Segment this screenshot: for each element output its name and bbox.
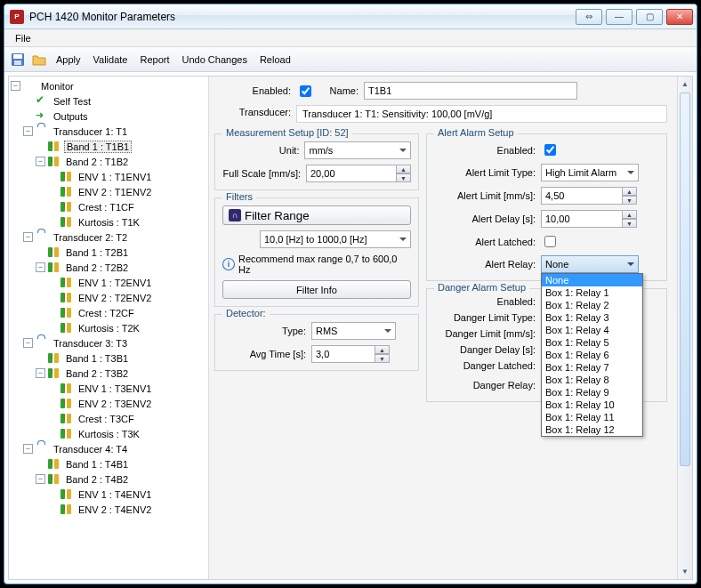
filters-group: Filters ∩ Filter Range 10,0 [Hz] to 1000…: [214, 197, 419, 307]
spinner-down-icon[interactable]: ▼: [397, 173, 411, 182]
spinner-up-icon[interactable]: ▲: [623, 187, 637, 196]
tree-node[interactable]: ↕Crest : T3CF: [11, 411, 208, 426]
alert-group-label: Alert Alarm Setup: [434, 127, 518, 138]
danger-relay-label: Danger Relay:: [434, 380, 541, 391]
tree-node[interactable]: ↕ENV 2 : T3ENV2: [11, 396, 208, 411]
transducer-value: Transducer 1: T1: Sensitivity: 100,00 [m…: [296, 105, 667, 123]
tree-node[interactable]: ↕Band 1 : T3B1: [11, 350, 208, 366]
danger-delay-label: Danger Delay [s]:: [434, 344, 541, 355]
dropdown-option[interactable]: Box 1: Relay 3: [542, 311, 642, 324]
dropdown-option[interactable]: Box 1: Relay 11: [542, 411, 642, 423]
svg-rect-1: [13, 54, 22, 59]
menu-file[interactable]: File: [10, 31, 36, 45]
tree-node[interactable]: ↕Crest : T1CF: [11, 199, 208, 214]
dropdown-option[interactable]: Box 1: Relay 12: [542, 423, 642, 436]
tree-node[interactable]: −Transducer 2: T2: [11, 230, 208, 245]
filter-range-button[interactable]: ∩ Filter Range: [222, 205, 411, 225]
alert-limit-type-label: Alert Limit Type:: [434, 167, 541, 178]
dropdown-option[interactable]: Box 1: Relay 1: [542, 286, 642, 299]
toolbar-reload[interactable]: Reload: [256, 52, 294, 67]
spinner-up-icon[interactable]: ▲: [623, 210, 637, 219]
tree-node[interactable]: −↕Band 2 : T2B2: [11, 260, 208, 275]
alert-relay-select[interactable]: None NoneBox 1: Relay 1Box 1: Relay 2Box…: [541, 255, 639, 273]
info-icon: i: [222, 258, 235, 270]
tree-node[interactable]: ↕Kurtosis : T1K: [11, 214, 208, 230]
tree-node[interactable]: ↕Band 1 : T1B1: [11, 139, 208, 154]
tree-node[interactable]: −↕Band 2 : T1B2: [11, 154, 208, 169]
tree-node[interactable]: ↕ENV 1 : T3ENV1: [11, 381, 208, 396]
dropdown-option[interactable]: Box 1: Relay 7: [542, 361, 642, 374]
spinner-down-icon[interactable]: ▼: [623, 196, 637, 205]
close-button[interactable]: ✕: [666, 9, 693, 25]
dropdown-option[interactable]: Box 1: Relay 2: [542, 299, 642, 311]
toolbar-undo[interactable]: Undo Changes: [179, 52, 251, 67]
toolbar-report[interactable]: Report: [136, 52, 173, 67]
dropdown-option[interactable]: Box 1: Relay 10: [542, 399, 642, 411]
tree-node[interactable]: −Transducer 3: T3: [11, 335, 208, 350]
dropdown-option[interactable]: Box 1: Relay 4: [542, 324, 642, 336]
transducer-label: Transducer:: [214, 103, 296, 130]
tree-node[interactable]: ↕ENV 1 : T1ENV1: [11, 169, 208, 184]
tree-node[interactable]: ↕ENV 2 : T2ENV2: [11, 290, 208, 305]
tree-node[interactable]: ↕ENV 1 : T2ENV1: [11, 275, 208, 290]
tree-node[interactable]: ↕ENV 2 : T1ENV2: [11, 184, 208, 199]
dropdown-option[interactable]: Box 1: Relay 9: [542, 386, 642, 399]
filter-info-button[interactable]: Filter Info: [222, 280, 411, 299]
tree-node[interactable]: −Transducer 1: T1: [11, 124, 208, 139]
open-icon[interactable]: [31, 52, 47, 68]
tree-node[interactable]: −Transducer 4: T4: [11, 441, 208, 456]
danger-enabled-label: Enabled:: [434, 296, 541, 307]
dropdown-option[interactable]: Box 1: Relay 5: [542, 336, 642, 349]
tree-node[interactable]: Self Test: [11, 93, 208, 109]
tree-node[interactable]: ↕Band 1 : T2B1: [11, 245, 208, 260]
alert-enabled-checkbox[interactable]: [544, 144, 556, 156]
detector-avg-spinner[interactable]: ▲▼: [311, 345, 390, 363]
tree-node[interactable]: ↕Kurtosis : T3K: [11, 426, 208, 441]
spinner-up-icon[interactable]: ▲: [375, 345, 390, 354]
tree-node[interactable]: ↕Crest : T2CF: [11, 305, 208, 320]
minimize-button[interactable]: —: [606, 9, 633, 25]
filter-range-select[interactable]: 10,0 [Hz] to 1000,0 [Hz]: [260, 230, 411, 248]
tree-node[interactable]: −↕Band 2 : T4B2: [11, 471, 208, 487]
alert-delay-label: Alert Delay [s]:: [434, 213, 541, 224]
filters-group-label: Filters: [222, 191, 256, 202]
tree-node[interactable]: −Monitor: [11, 78, 208, 93]
spinner-down-icon[interactable]: ▼: [623, 219, 637, 228]
fullscale-spinner[interactable]: ▲▼: [306, 165, 411, 182]
save-icon[interactable]: [10, 52, 26, 68]
unit-select[interactable]: mm/s: [304, 141, 411, 159]
scroll-down-icon[interactable]: ▼: [678, 564, 692, 579]
toolbar-validate[interactable]: Validate: [90, 52, 132, 67]
alert-limit-spinner[interactable]: ▲▼: [541, 187, 637, 205]
tree-node[interactable]: ↕Kurtosis : T2K: [11, 320, 208, 335]
tree-node[interactable]: ↕ENV 2 : T4ENV2: [11, 502, 208, 517]
scroll-up-icon[interactable]: ▲: [678, 77, 692, 92]
spinner-down-icon[interactable]: ▼: [375, 354, 390, 363]
resize-button[interactable]: ⇔: [576, 9, 602, 25]
enabled-checkbox[interactable]: [300, 85, 311, 97]
app-icon: P: [10, 10, 24, 24]
alert-limit-type-select[interactable]: High Limit Alarm: [541, 164, 639, 181]
tree-node[interactable]: ↕ENV 1 : T4ENV1: [11, 487, 208, 502]
spinner-up-icon[interactable]: ▲: [397, 165, 411, 173]
alert-relay-dropdown[interactable]: NoneBox 1: Relay 1Box 1: Relay 2Box 1: R…: [541, 273, 643, 437]
danger-limit-label: Danger Limit [mm/s]:: [434, 328, 541, 339]
name-input[interactable]: [364, 82, 577, 100]
tree-node[interactable]: ↕Band 1 : T4B1: [11, 456, 208, 471]
dropdown-option[interactable]: None: [542, 274, 642, 286]
dropdown-option[interactable]: Box 1: Relay 6: [542, 349, 642, 361]
vertical-scrollbar[interactable]: ▲ ▼: [677, 77, 692, 579]
dropdown-option[interactable]: Box 1: Relay 8: [542, 374, 642, 386]
header-row: Enabled: Name:: [214, 82, 667, 100]
tree-pane: −MonitorSelf TestOutputs−Transducer 1: T…: [9, 77, 209, 579]
detector-type-select[interactable]: RMS: [311, 322, 396, 340]
toolbar-apply[interactable]: Apply: [52, 52, 85, 67]
tree-node[interactable]: Outputs: [11, 109, 208, 124]
enabled-label: Enabled:: [214, 85, 296, 96]
scroll-thumb[interactable]: [680, 93, 690, 466]
alert-delay-spinner[interactable]: ▲▼: [541, 210, 637, 228]
detector-group: Detector: Type: RMS Avg Time [s]: ▲▼: [214, 314, 419, 371]
maximize-button[interactable]: ▢: [636, 9, 663, 25]
tree-node[interactable]: −↕Band 2 : T3B2: [11, 366, 208, 381]
alert-latched-checkbox[interactable]: [544, 236, 556, 247]
